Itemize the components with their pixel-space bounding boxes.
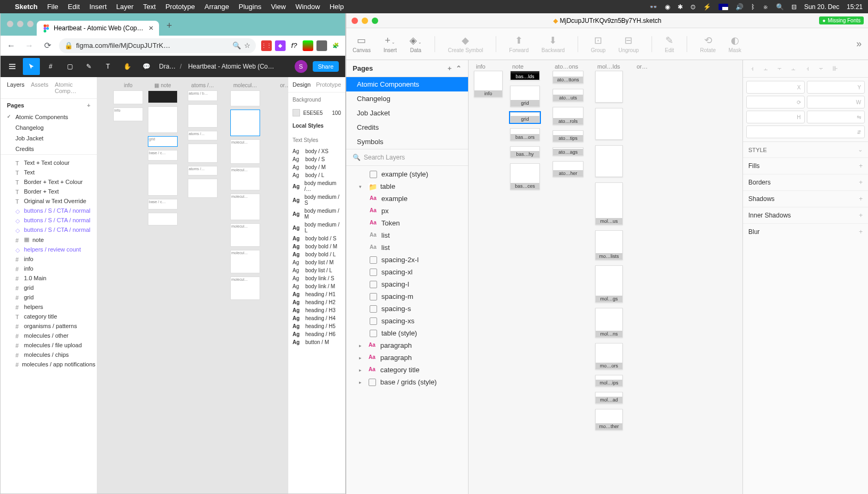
text-style-item[interactable]: Agbutton / M [288, 338, 345, 346]
figma-layer-item[interactable]: #grid [1, 283, 97, 292]
align-bottom-icon[interactable]: ⫟ [815, 63, 827, 74]
sketch-traffic-lights[interactable] [352, 18, 378, 24]
figma-layer-item[interactable]: TBorder + Text + Colour [1, 177, 97, 187]
add-page-button[interactable]: + [87, 102, 90, 108]
style-section-inner-shadows[interactable]: Inner Shadows+ [743, 207, 868, 223]
sketch-layer-item[interactable]: table (style) [346, 327, 468, 339]
prototype-tab[interactable]: Prototype [316, 81, 341, 88]
style-section-blur[interactable]: Blur+ [743, 223, 868, 240]
sketch-tool-data[interactable]: ◈ ⌄Data [410, 35, 422, 53]
figma-layer-item[interactable]: #molecules / chips [1, 350, 97, 359]
style-section-shadows[interactable]: Shadows+ [743, 190, 868, 207]
distribute-icon[interactable]: ⊪ [829, 63, 841, 74]
align-top-icon[interactable]: ⫠ [788, 63, 799, 74]
forward-button[interactable]: → [23, 39, 36, 52]
extension-5-icon[interactable] [316, 40, 327, 51]
sketch-layer-item[interactable]: ▾📁table [346, 180, 468, 192]
design-tab[interactable]: Design [293, 81, 311, 88]
text-style-item[interactable]: Agheading / H2 [288, 298, 345, 306]
extensions-menu-icon[interactable]: 🧩 [330, 40, 341, 51]
sketch-canvas[interactable]: infoinfonotebas…ldsgridgridbas…orsbas…hy… [469, 60, 742, 494]
menu-help[interactable]: Help [330, 3, 344, 11]
extension-4-icon[interactable] [303, 40, 313, 51]
menu-arrange[interactable]: Arrange [205, 3, 229, 11]
align-vcenter-icon[interactable]: ⫞ [802, 63, 813, 74]
sketch-layer-item[interactable]: spacing-xl [346, 266, 468, 278]
sketch-layer-item[interactable]: ▸paragraph [346, 351, 468, 364]
figma-layer-item[interactable]: TOriginal w Text Override [1, 196, 97, 206]
reload-button[interactable]: ⟳ [41, 39, 54, 52]
background-row[interactable]: E5E5E5 100 [288, 107, 345, 119]
bg-pct[interactable]: 100 [332, 110, 341, 116]
menu-view[interactable]: View [271, 3, 286, 11]
extension-2-icon[interactable]: ◆ [275, 40, 286, 51]
pen-tool[interactable]: ✎ [80, 58, 97, 75]
bg-swatch[interactable] [293, 109, 300, 116]
text-style-item[interactable]: Agbody bold / M [288, 242, 345, 250]
sketch-layer-item[interactable]: ▸category title [346, 364, 468, 376]
page-selector[interactable]: Atomic Comp… [55, 81, 90, 94]
sketch-layer-item[interactable]: example [346, 192, 468, 205]
text-style-item[interactable]: Agbody medium / S [288, 193, 345, 207]
figma-layer-item[interactable]: #molecules / other [1, 331, 97, 340]
sketch-layer-item[interactable]: px [346, 205, 468, 217]
move-tool[interactable] [23, 58, 40, 75]
figma-layer-item[interactable]: ◇buttons / S / CTA / normal [1, 206, 97, 215]
spotlight-icon[interactable]: 🔍 [776, 3, 784, 11]
sketch-layer-item[interactable]: example (style) [346, 168, 468, 180]
sketch-page-item[interactable]: Symbols [346, 135, 468, 149]
text-style-item[interactable]: Agbody bold / S [288, 235, 345, 242]
sketch-layer-item[interactable]: spacing-s [346, 303, 468, 315]
address-bar[interactable]: 🔒 figma.com/file/MjDcupJUTrK… 🔍 ☆ [59, 38, 256, 53]
asterisk-icon[interactable]: ✱ [678, 3, 683, 11]
text-style-item[interactable]: Agbody / M [288, 163, 345, 171]
add-page-icon[interactable]: + [447, 64, 452, 72]
extension-1-icon[interactable]: ⋮⋮ [261, 40, 272, 51]
text-style-item[interactable]: Agbody medium / M [288, 207, 345, 221]
figma-file-title[interactable]: Heartbeat - Atomic Web (Co… [188, 63, 274, 70]
menu-edit[interactable]: Edit [68, 3, 80, 11]
text-tool[interactable]: T [99, 58, 116, 75]
tab-close-icon[interactable]: ✕ [148, 24, 154, 32]
browser-tab[interactable]: Heartbeat - Atomic Web (Cop… ✕ [37, 21, 159, 36]
sketch-page-item[interactable]: Job Jacket [346, 106, 468, 120]
figma-layer-item[interactable]: #1.0 Main [1, 273, 97, 283]
figma-layer-item[interactable]: #▦note [1, 235, 97, 245]
battery-icon[interactable]: ⚡ [703, 3, 711, 11]
figma-layer-item[interactable]: #molecules / file upload [1, 340, 97, 350]
figma-layer-item[interactable]: TText + Text colour [1, 158, 97, 168]
text-style-item[interactable]: Agbody / S [288, 155, 345, 163]
sketch-tool-insert[interactable]: + ⌄Insert [383, 35, 397, 53]
time[interactable]: 15:21 [847, 3, 863, 11]
text-style-item[interactable]: Agbody list / M [288, 258, 345, 266]
text-style-item[interactable]: Agheading / H3 [288, 306, 345, 314]
text-style-item[interactable]: Agbody / L [288, 171, 345, 179]
sketch-layer-item[interactable]: spacing-2x-l [346, 254, 468, 266]
sketch-layer-item[interactable]: list [346, 229, 468, 241]
date[interactable]: Sun 20. Dec [804, 3, 839, 11]
figma-layer-item[interactable]: ◇buttons / S / CTA / normal [1, 215, 97, 225]
missing-fonts-badge[interactable]: Missing Fonts [819, 16, 864, 24]
frame-tool[interactable]: # [42, 58, 59, 75]
text-style-item[interactable]: Agbody medium / L [288, 221, 345, 235]
figma-layer-item[interactable]: #info [1, 254, 97, 264]
collapse-pages-icon[interactable]: ⌃ [456, 64, 462, 72]
menu-insert[interactable]: Insert [89, 3, 107, 11]
y-input[interactable]: Y [807, 81, 865, 94]
sketch-tool-canvas[interactable]: ▭Canvas [353, 35, 371, 53]
sketch-layer-item[interactable]: spacing-xs [346, 315, 468, 327]
layers-tab[interactable]: Layers [7, 81, 24, 94]
figma-layer-item[interactable]: #organisms / patterns [1, 321, 97, 331]
figma-page-item[interactable]: Job Jacket [1, 133, 97, 144]
figma-share-button[interactable]: Share [313, 61, 339, 72]
figma-layer-item[interactable]: #molecules / app notifications [1, 359, 97, 369]
text-style-item[interactable]: Agheading / H4 [288, 314, 345, 322]
star-icon[interactable]: ☆ [244, 41, 251, 49]
volume-icon[interactable]: 🔊 [736, 3, 744, 11]
bluetooth-icon[interactable]: ᛒ [751, 3, 755, 11]
search-in-page-icon[interactable]: 🔍 [232, 41, 241, 49]
sketch-layer-item[interactable]: ▸base / grids (style) [346, 376, 468, 388]
figma-layer-item[interactable]: #helpers [1, 302, 97, 312]
figma-user-avatar[interactable]: S [295, 60, 307, 73]
menu-plugins[interactable]: Plugins [239, 3, 262, 11]
